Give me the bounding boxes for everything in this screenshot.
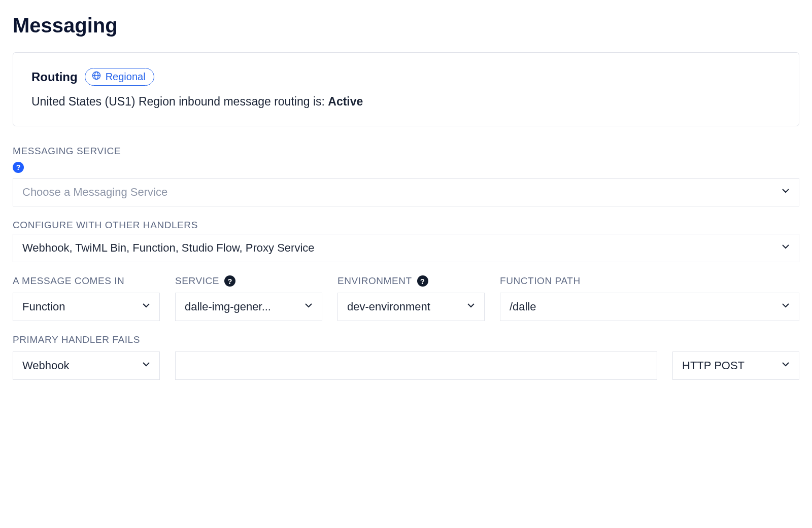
chevron-down-icon	[780, 299, 792, 314]
configure-handlers-value: Webhook, TwiML Bin, Function, Studio Flo…	[22, 241, 773, 255]
chevron-down-icon	[140, 358, 152, 373]
regional-pill-label: Regional	[106, 71, 146, 83]
chevron-down-icon	[140, 299, 152, 314]
chevron-down-icon	[780, 185, 792, 200]
help-icon[interactable]: ?	[417, 275, 428, 287]
chevron-down-icon	[780, 358, 792, 373]
messaging-service-label: MESSAGING SERVICE	[13, 146, 799, 157]
regional-pill[interactable]: Regional	[85, 68, 154, 86]
chevron-down-icon	[302, 299, 315, 314]
primary-handler-url-input[interactable]	[175, 351, 657, 380]
primary-handler-type-select[interactable]: Webhook	[13, 351, 160, 380]
primary-handler-method-value: HTTP POST	[682, 359, 773, 372]
routing-heading: Routing	[31, 70, 78, 84]
primary-handler-type-value: Webhook	[22, 359, 134, 372]
chevron-down-icon	[780, 240, 792, 256]
help-icon[interactable]: ?	[13, 162, 24, 173]
page-title: Messaging	[13, 14, 799, 37]
function-path-value: /dalle	[510, 300, 773, 313]
service-select[interactable]: dalle-img-gener...	[175, 293, 322, 321]
routing-panel: Routing Regional United States (US1) Reg…	[13, 52, 799, 126]
chevron-down-icon	[465, 299, 477, 314]
routing-status-text: United States (US1) Region inbound messa…	[31, 95, 781, 109]
globe-icon	[91, 71, 101, 83]
message-comes-in-label: A MESSAGE COMES IN	[13, 275, 160, 287]
configure-handlers-select[interactable]: Webhook, TwiML Bin, Function, Studio Flo…	[13, 234, 799, 262]
primary-handler-method-select[interactable]: HTTP POST	[672, 351, 799, 380]
messaging-service-placeholder: Choose a Messaging Service	[22, 186, 773, 199]
message-comes-in-value: Function	[22, 300, 134, 313]
routing-status-prefix: United States (US1) Region inbound messa…	[31, 95, 328, 108]
message-comes-in-select[interactable]: Function	[13, 293, 160, 321]
primary-handler-fails-label: PRIMARY HANDLER FAILS	[13, 334, 160, 345]
environment-select[interactable]: dev-environment	[337, 293, 485, 321]
configure-handlers-label: CONFIGURE WITH OTHER HANDLERS	[13, 220, 799, 231]
messaging-service-select[interactable]: Choose a Messaging Service	[13, 178, 799, 206]
help-icon[interactable]: ?	[224, 275, 235, 287]
function-path-label: FUNCTION PATH	[500, 275, 799, 287]
environment-label: ENVIRONMENT	[337, 275, 412, 287]
service-label: SERVICE	[175, 275, 219, 287]
service-value: dalle-img-gener...	[185, 300, 296, 313]
environment-value: dev-environment	[347, 300, 459, 313]
function-path-select[interactable]: /dalle	[500, 293, 799, 321]
routing-status-value: Active	[328, 95, 363, 108]
